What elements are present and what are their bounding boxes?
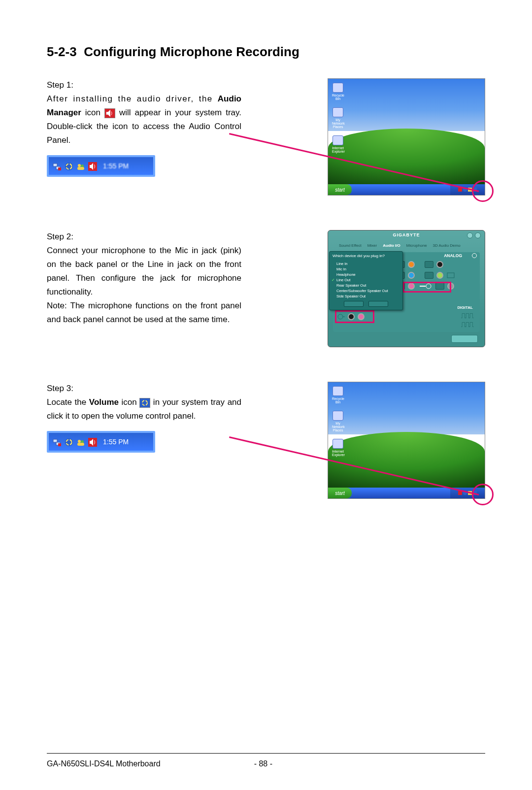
digital-label: DIGITAL — [458, 305, 473, 310]
dialog-option-list: Line In Mic In Headphone Line Out Rear S… — [330, 260, 402, 301]
users-icon — [76, 437, 85, 446]
info-icon — [472, 253, 477, 258]
step-2-label: Step 2: — [47, 230, 241, 244]
dialog-cancel-button — [368, 301, 388, 307]
opt-rear-speaker: Rear Speaker Out — [336, 283, 399, 288]
opt-center-sub: Center/Subwoofer Speaker Out — [336, 288, 399, 294]
svg-rect-2 — [58, 167, 61, 170]
desktop-screenshot-1: Recycle Bin My Network Places Internet E… — [328, 78, 485, 196]
start-button: start — [328, 184, 352, 195]
network-icon — [53, 437, 62, 446]
tab-sound-effect: Sound Effect — [339, 243, 362, 248]
step-1-label: Step 1: — [47, 78, 241, 92]
step-3-bold: Volume — [89, 397, 119, 407]
line-out-icon — [446, 272, 456, 279]
desktop-icon-recycle: Recycle Bin — [332, 83, 344, 100]
footer-page: - 88 - — [254, 759, 272, 768]
svg-point-19 — [78, 440, 81, 443]
tab-microphone: Microphone — [406, 243, 427, 248]
page-footer: GA-N650SLI-DS4L Motherboard - 88 - — [47, 759, 485, 768]
minimize-icon — [467, 232, 473, 238]
systray-time: 1:55 PM — [103, 159, 129, 173]
desktop-screenshot-2: Recycle Bin My Network Places Internet E… — [328, 382, 485, 499]
step-3-row: Step 3: Locate the Volume icon in your s… — [47, 382, 485, 510]
step-1-t1: After installing the audio driver, the — [47, 94, 218, 103]
systray-time: 1:55 PM — [103, 435, 129, 449]
opt-line-in: Line In — [336, 261, 399, 266]
step-3-t2: icon — [119, 397, 139, 407]
step-3-label: Step 3: — [47, 382, 241, 395]
svg-rect-0 — [53, 164, 57, 166]
step-2-row: Step 2: Connect your microphone to the M… — [47, 230, 485, 358]
step-1-t2: icon — [81, 108, 104, 117]
desktop-icon-ie: Internet Explorer — [332, 439, 344, 457]
desktop-icon-myplaces: My Network Places — [332, 411, 344, 432]
audio-panel-screenshot: GIGABYTE Sound Effect Mixer Audio I/O Mi… — [328, 230, 485, 347]
audio-panel-ok-button — [451, 335, 478, 343]
section-heading: 5-2-3 Configuring Microphone Recording — [47, 44, 485, 60]
volume-icon — [139, 398, 150, 408]
step-2-text: Step 2: Connect your microphone to the M… — [47, 230, 241, 327]
desktop-icons: Recycle Bin My Network Places Internet E… — [332, 83, 344, 153]
tab-mixer: Mixer — [367, 243, 377, 248]
users-icon — [76, 162, 85, 170]
svg-point-5 — [78, 164, 81, 167]
network-icon — [53, 162, 62, 170]
step-2-note: Note: The microphone functions on the fr… — [47, 299, 241, 327]
dialog-ok-button — [344, 301, 364, 307]
svg-rect-9 — [447, 273, 454, 278]
section-title-text: Configuring Microphone Recording — [84, 44, 299, 59]
volume-manager-icon — [65, 162, 73, 170]
opt-headphone: Headphone — [336, 272, 399, 277]
analog-label: ANALOG — [444, 253, 462, 258]
opt-mic-in: Mic In — [336, 266, 399, 272]
step-2-body: Connect your microphone to the Mic in ja… — [47, 244, 241, 299]
device-plugin-dialog: Which device did you plug in? Line In Mi… — [329, 251, 403, 310]
start-button: start — [328, 488, 352, 498]
audio-manager-icon — [104, 108, 115, 118]
tab-3d-audio: 3D Audio Demo — [433, 243, 461, 248]
mic-jack-highlight-front — [335, 310, 374, 323]
audio-tabs: Sound Effect Mixer Audio I/O Microphone … — [339, 241, 474, 249]
desktop-icon-recycle: Recycle Bin — [332, 386, 344, 404]
opt-side-speaker: Side Speaker Out — [336, 294, 399, 299]
speaker-icon — [88, 162, 97, 170]
desktop-icon-ie: Internet Explorer — [332, 135, 344, 153]
volume-manager-icon — [65, 437, 73, 446]
svg-rect-14 — [53, 439, 57, 442]
tab-audio-io: Audio I/O — [383, 243, 400, 248]
mic-jack-highlight-back — [403, 282, 451, 293]
desktop-icon-myplaces: My Network Places — [332, 107, 344, 129]
speaker-icon — [88, 437, 97, 446]
systray-closeup-1: 1:55 PM — [47, 155, 155, 177]
digital-wave-icon: ⎍⎍⎍⎍⎍⎍ — [461, 311, 473, 329]
desktop-icons: Recycle Bin My Network Places Internet E… — [332, 386, 344, 457]
step-3-t1: Locate the — [47, 397, 89, 407]
footer-separator — [47, 753, 485, 754]
svg-rect-7 — [77, 167, 84, 170]
footer-product: GA-N650SLI-DS4L Motherboard — [47, 759, 161, 768]
close-icon — [475, 232, 481, 238]
step-1-row: Step 1: After installing the audio drive… — [47, 78, 485, 206]
opt-line-out: Line Out — [336, 277, 399, 283]
audio-panel-buttons — [467, 232, 481, 238]
audio-brand-label: GIGABYTE — [393, 232, 420, 237]
step-3-text: Step 3: Locate the Volume icon in your s… — [47, 382, 241, 453]
step-1-text: Step 1: After installing the audio drive… — [47, 78, 241, 177]
svg-rect-16 — [58, 443, 61, 446]
section-number: 5-2-3 — [47, 44, 77, 59]
svg-rect-21 — [77, 443, 84, 446]
dialog-title: Which device did you plug in? — [330, 252, 402, 260]
systray-closeup-2: 1:55 PM — [47, 431, 155, 453]
